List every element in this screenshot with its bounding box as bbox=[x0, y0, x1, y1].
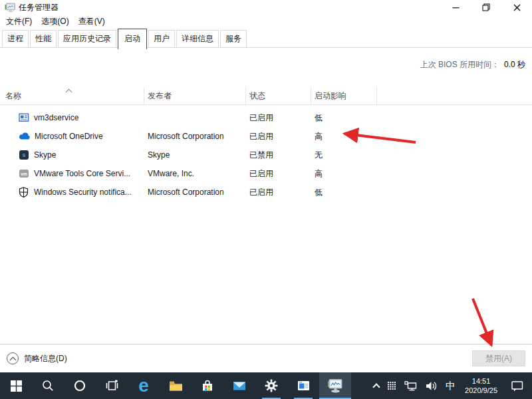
svg-text:s: s bbox=[22, 152, 25, 158]
tab-startup[interactable]: 启动 bbox=[118, 29, 147, 49]
fewer-details-label: 简略信息(D) bbox=[24, 353, 67, 364]
vm3d-icon bbox=[19, 112, 29, 123]
item-name: Skype bbox=[34, 150, 56, 160]
startup-table-body: vm3dservice已启用低 Microsoft OneDriveMicros… bbox=[0, 108, 532, 201]
app-window-button[interactable] bbox=[287, 372, 319, 399]
network-icon bbox=[404, 381, 418, 391]
close-button[interactable] bbox=[501, 0, 532, 15]
sort-ascending-icon bbox=[66, 89, 72, 96]
file-explorer-icon bbox=[169, 380, 183, 392]
startup-item-row[interactable]: vm VMware Tools Core Servi...VMware, Inc… bbox=[0, 164, 532, 183]
onedrive-icon bbox=[19, 131, 30, 142]
startup-item-row[interactable]: Microsoft OneDriveMicrosoft Corporation已… bbox=[0, 127, 532, 146]
task-view-button[interactable] bbox=[96, 372, 128, 399]
action-center-button[interactable] bbox=[503, 372, 532, 399]
minimize-button[interactable] bbox=[440, 0, 471, 15]
restore-button[interactable] bbox=[471, 0, 501, 15]
cell-impact: 低 bbox=[311, 112, 377, 124]
network-button[interactable] bbox=[400, 372, 422, 399]
gear-icon bbox=[265, 379, 278, 392]
menu-options[interactable]: 选项(O) bbox=[37, 15, 73, 29]
chevron-up-circle-icon bbox=[7, 352, 19, 364]
cell-status: 已禁用 bbox=[246, 150, 311, 161]
cortana-circle-icon bbox=[74, 380, 86, 392]
search-icon bbox=[42, 380, 54, 392]
cell-name: s Skype bbox=[0, 150, 144, 160]
column-header-2[interactable]: 状态 bbox=[246, 87, 311, 104]
cell-status: 已启用 bbox=[246, 112, 311, 124]
store-button[interactable] bbox=[192, 372, 223, 399]
windows-logo-icon bbox=[11, 380, 22, 392]
clock-date: 2020/9/25 bbox=[465, 386, 497, 395]
cell-status: 已启用 bbox=[246, 131, 311, 142]
settings-button[interactable] bbox=[255, 372, 287, 399]
bios-time-value: 0.0 秒 bbox=[504, 60, 525, 69]
restore-icon bbox=[482, 3, 490, 11]
store-icon bbox=[201, 380, 213, 392]
titlebar: 任务管理器 bbox=[0, 0, 532, 15]
column-header-3[interactable]: 启动影响 bbox=[311, 87, 377, 104]
taskbar: e bbox=[0, 372, 532, 399]
startup-item-row[interactable]: Windows Security notifica...Microsoft Co… bbox=[0, 183, 532, 201]
file-explorer-button[interactable] bbox=[160, 372, 192, 399]
tab-users[interactable]: 用户 bbox=[148, 30, 175, 48]
column-header-0[interactable]: 名称 bbox=[0, 87, 144, 104]
tab-processes[interactable]: 进程 bbox=[2, 30, 29, 48]
shield-icon bbox=[19, 187, 29, 198]
item-name: vm3dservice bbox=[34, 113, 78, 122]
disable-button[interactable]: 禁用(A) bbox=[472, 350, 525, 366]
touch-keyboard-button[interactable] bbox=[383, 372, 400, 399]
system-tray: 中 14:51 2020/9/25 bbox=[370, 372, 532, 399]
edge-button[interactable]: e bbox=[128, 372, 160, 399]
show-hidden-icons-button[interactable] bbox=[370, 372, 383, 399]
taskbar-clock[interactable]: 14:51 2020/9/25 bbox=[460, 376, 503, 395]
cortana-button[interactable] bbox=[64, 372, 96, 399]
cell-status: 已启用 bbox=[246, 168, 311, 180]
cell-publisher: Microsoft Corporation bbox=[144, 132, 246, 141]
cell-name: vm VMware Tools Core Servi... bbox=[0, 168, 144, 179]
footer-bar: 简略信息(D) 禁用(A) bbox=[0, 344, 532, 372]
task-manager-app-icon bbox=[5, 3, 15, 13]
skype-icon: s bbox=[19, 150, 29, 160]
mail-icon bbox=[233, 381, 246, 391]
app-window-icon bbox=[297, 380, 310, 391]
ime-indicator[interactable]: 中 bbox=[442, 372, 460, 399]
mail-button[interactable] bbox=[223, 372, 255, 399]
task-manager-window: 任务管理器 文件(F)选项(O)查看(V) 进程性能应用历史记录启动用户详细信息… bbox=[0, 0, 532, 372]
vmware-icon: vm bbox=[19, 168, 29, 179]
tab-details[interactable]: 详细信息 bbox=[176, 30, 219, 48]
task-view-icon bbox=[106, 380, 118, 392]
menu-view[interactable]: 查看(V) bbox=[74, 15, 110, 29]
tab-performance[interactable]: 性能 bbox=[30, 30, 57, 48]
tab-strip: 进程性能应用历史记录启动用户详细信息服务 bbox=[0, 30, 532, 48]
start-button[interactable] bbox=[0, 372, 32, 399]
cell-impact: 低 bbox=[311, 187, 377, 198]
clock-time: 14:51 bbox=[465, 376, 497, 386]
volume-button[interactable] bbox=[422, 372, 442, 399]
item-name: VMware Tools Core Servi... bbox=[34, 169, 130, 178]
bios-time-line: 上次 BIOS 所用时间：0.0 秒 bbox=[0, 48, 532, 70]
search-button[interactable] bbox=[32, 372, 64, 399]
cell-impact: 高 bbox=[311, 131, 377, 142]
speaker-icon bbox=[426, 381, 438, 391]
bios-time-label: 上次 BIOS 所用时间： bbox=[420, 60, 499, 69]
menu-file[interactable]: 文件(F) bbox=[1, 15, 37, 29]
cell-publisher: Microsoft Corporation bbox=[144, 188, 246, 197]
task-manager-icon bbox=[327, 378, 343, 394]
edge-icon: e bbox=[138, 376, 149, 395]
task-manager-taskbar-button[interactable] bbox=[319, 372, 351, 399]
item-name: Windows Security notifica... bbox=[34, 188, 132, 197]
grid-icon bbox=[387, 381, 396, 390]
cell-publisher: Skype bbox=[144, 150, 246, 160]
cell-publisher: VMware, Inc. bbox=[144, 169, 246, 178]
startup-item-row[interactable]: s SkypeSkype已禁用无 bbox=[0, 146, 532, 164]
fewer-details-toggle[interactable]: 简略信息(D) bbox=[7, 352, 67, 364]
window-title: 任务管理器 bbox=[19, 2, 59, 13]
startup-item-row[interactable]: vm3dservice已启用低 bbox=[0, 108, 532, 127]
tab-services[interactable]: 服务 bbox=[220, 30, 247, 48]
svg-text:vm: vm bbox=[21, 172, 27, 176]
tab-app-history[interactable]: 应用历史记录 bbox=[58, 30, 116, 48]
minimize-icon bbox=[452, 4, 460, 11]
column-header-1[interactable]: 发布者 bbox=[144, 87, 246, 104]
cell-impact: 无 bbox=[311, 150, 377, 161]
